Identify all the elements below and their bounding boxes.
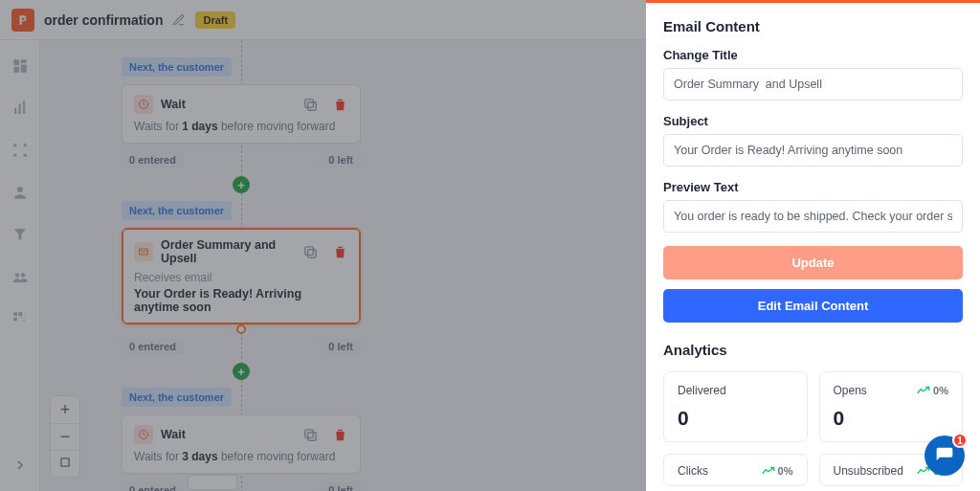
preview-text-label: Preview Text bbox=[663, 180, 963, 194]
analytics-label: Opens bbox=[834, 384, 867, 397]
analytics-value: 0 bbox=[678, 407, 793, 430]
chat-launcher[interactable]: 1 bbox=[924, 435, 965, 476]
trend-badge: 0% bbox=[917, 385, 948, 396]
analytics-card-clicks: Clicks 0% bbox=[663, 454, 808, 486]
analytics-card-opens: Opens 0% 0 bbox=[819, 371, 964, 442]
analytics-label: Unsubscribed bbox=[834, 464, 903, 478]
change-title-label: Change Title bbox=[663, 48, 963, 62]
panel-heading: Email Content bbox=[663, 18, 963, 34]
email-content-panel: Email Content Change Title Subject Previ… bbox=[646, 0, 980, 491]
analytics-value: 0 bbox=[834, 407, 949, 430]
chat-unread-badge: 1 bbox=[952, 433, 968, 448]
analytics-label: Delivered bbox=[678, 384, 726, 397]
preview-text-input[interactable] bbox=[663, 200, 963, 233]
analytics-card-delivered: Delivered 0 bbox=[663, 371, 808, 442]
trend-badge: 0% bbox=[762, 465, 793, 477]
analytics-heading: Analytics bbox=[663, 342, 963, 358]
edit-email-content-button[interactable]: Edit Email Content bbox=[663, 289, 963, 323]
subject-input[interactable] bbox=[663, 134, 963, 167]
subject-label: Subject bbox=[663, 114, 963, 128]
analytics-label: Clicks bbox=[678, 464, 708, 478]
change-title-input[interactable] bbox=[663, 68, 963, 100]
update-button[interactable]: Update bbox=[663, 246, 963, 279]
